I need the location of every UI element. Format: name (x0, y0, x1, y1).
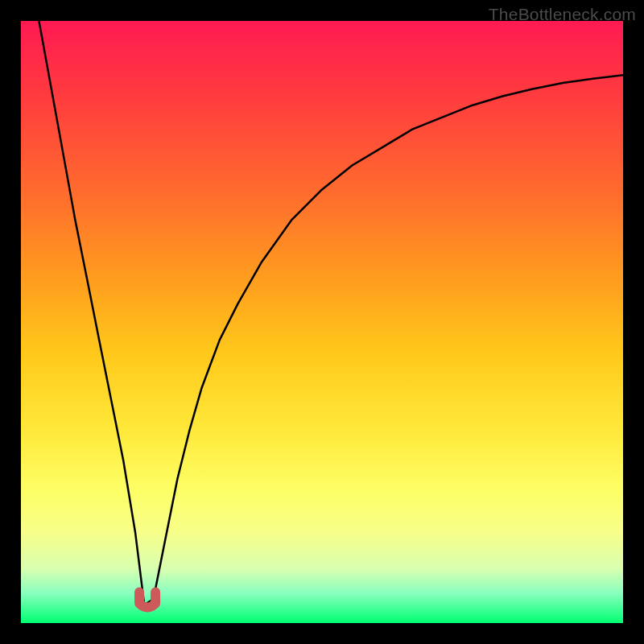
plot-area (21, 21, 623, 623)
chart-frame: TheBottleneck.com (0, 0, 644, 644)
watermark-text: TheBottleneck.com (489, 5, 636, 24)
curve-layer (21, 21, 623, 623)
min-marker-icon (139, 592, 155, 608)
bottleneck-curve (39, 21, 623, 605)
